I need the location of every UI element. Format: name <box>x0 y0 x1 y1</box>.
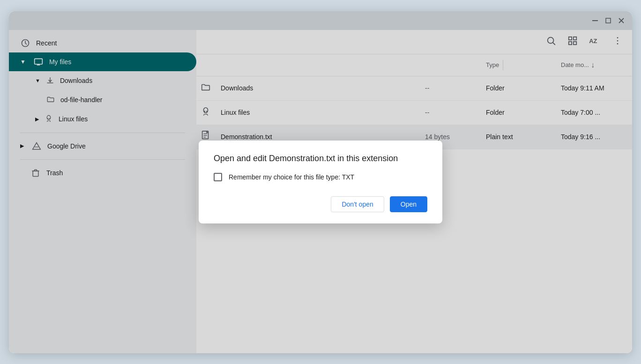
remember-choice-checkbox[interactable] <box>214 173 222 181</box>
app-window: Recent ▼ My files ▼ <box>9 11 632 353</box>
remember-choice-label: Remember my choice for this file type: T… <box>229 173 354 181</box>
open-button[interactable]: Open <box>390 196 427 212</box>
open-dialog: Open and edit Demonstration.txt in this … <box>199 141 442 223</box>
dont-open-button[interactable]: Don't open <box>331 196 384 212</box>
dialog-title: Open and edit Demonstration.txt in this … <box>214 154 427 163</box>
dialog-actions: Don't open Open <box>214 196 427 212</box>
dialog-overlay: Open and edit Demonstration.txt in this … <box>9 11 632 353</box>
dialog-checkbox-row: Remember my choice for this file type: T… <box>214 173 427 181</box>
